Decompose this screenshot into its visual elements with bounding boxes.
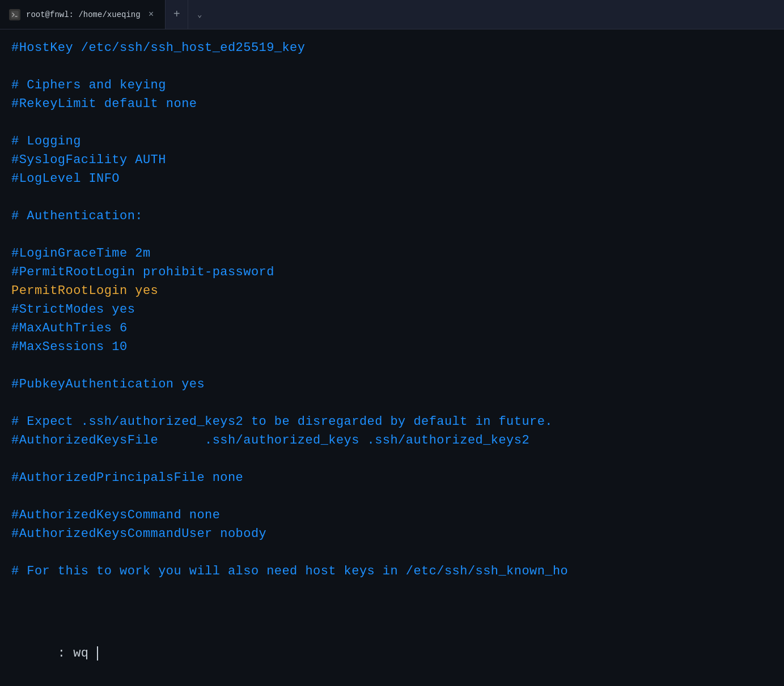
- terminal-line: [11, 543, 773, 562]
- tab-dropdown-button[interactable]: ⌄: [188, 0, 211, 29]
- terminal-line: #RekeyLimit default none: [11, 95, 773, 113]
- vim-status-bar: : wq: [0, 623, 784, 686]
- terminal-line: # For this to work you will also need ho…: [11, 562, 773, 581]
- terminal-line: #MaxAuthTries 6: [11, 319, 773, 338]
- terminal-icon: [9, 9, 20, 20]
- terminal-content: #HostKey /etc/ssh/ssh_host_ed25519_key# …: [0, 29, 784, 686]
- terminal-line: # Authentication:: [11, 207, 773, 225]
- terminal-window: root@fnwl: /home/xueqing × + ⌄ #HostKey …: [0, 0, 784, 686]
- terminal-line: #PermitRootLogin prohibit-password: [11, 263, 773, 282]
- vim-command: : wq: [11, 625, 773, 681]
- close-tab-button[interactable]: ×: [146, 9, 156, 20]
- tab-title: root@fnwl: /home/xueqing: [26, 10, 141, 19]
- terminal-line: # Ciphers and keying: [11, 76, 773, 95]
- terminal-line: #HostKey /etc/ssh/ssh_host_ed25519_key: [11, 39, 773, 57]
- terminal-line: [11, 113, 773, 132]
- terminal-line: #MaxSessions 10: [11, 338, 773, 356]
- terminal-line: PermitRootLogin yes: [11, 282, 773, 300]
- terminal-line: [11, 188, 773, 207]
- terminal-line: #AuthorizedKeysCommandUser nobody: [11, 525, 773, 543]
- terminal-line: #AuthorizedKeysCommand none: [11, 506, 773, 525]
- terminal-line: #AuthorizedKeysFile .ssh/authorized_keys…: [11, 431, 773, 450]
- terminal-line: #LogLevel INFO: [11, 169, 773, 188]
- terminal-line: # Expect .ssh/authorized_keys2 to be dis…: [11, 412, 773, 431]
- terminal-line: #SyslogFacility AUTH: [11, 151, 773, 169]
- terminal-line: #StrictModes yes: [11, 300, 773, 319]
- terminal-line: [11, 57, 773, 76]
- terminal-line: #LoginGraceTime 2m: [11, 244, 773, 263]
- terminal-line: [11, 394, 773, 412]
- terminal-line: # Logging: [11, 132, 773, 151]
- svg-rect-0: [11, 11, 19, 19]
- terminal-line: [11, 356, 773, 375]
- new-tab-button[interactable]: +: [166, 0, 188, 29]
- terminal-line: #AuthorizedPrincipalsFile none: [11, 468, 773, 487]
- tab-bar: root@fnwl: /home/xueqing × + ⌄: [0, 0, 784, 29]
- terminal-line: [11, 487, 773, 506]
- terminal-line: [11, 225, 773, 244]
- terminal-line: #PubkeyAuthentication yes: [11, 375, 773, 394]
- active-tab[interactable]: root@fnwl: /home/xueqing ×: [0, 0, 166, 29]
- terminal-line: [11, 450, 773, 468]
